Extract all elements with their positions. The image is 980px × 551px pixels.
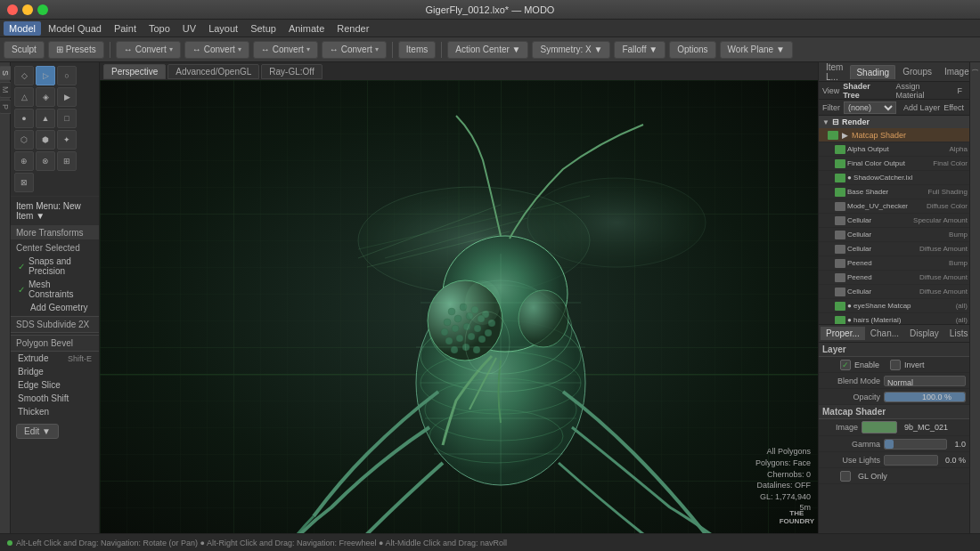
shader-cellular-1[interactable]: Cellular Specular Amount [819, 214, 969, 228]
shader-final-color[interactable]: Final Color Output Final Color [819, 157, 969, 171]
tool-sel2[interactable]: ◈ [36, 87, 55, 107]
shader-vis-final[interactable] [835, 159, 845, 168]
invert-checkbox[interactable] [890, 360, 901, 370]
shader-cellular-2[interactable]: Cellular Bump [819, 228, 969, 242]
shader-peened-1[interactable]: Peened Bump [819, 256, 969, 271]
items-button[interactable]: Items [398, 41, 436, 59]
shader-cellular-4[interactable]: Cellular Diffuse Amount [819, 285, 969, 299]
menu-topo[interactable]: Topo [143, 21, 176, 36]
shader-vis-cell2[interactable] [835, 231, 845, 239]
shader-vis-eye[interactable] [835, 302, 845, 311]
work-plane-button[interactable]: Work Plane ▼ [720, 41, 793, 59]
menu-render[interactable]: Render [331, 21, 374, 36]
shader-hairs[interactable]: ● hairs (Material) (all) [819, 313, 969, 324]
shader-matcap-row[interactable]: ▶ Matcap Shader [819, 128, 969, 142]
tool-select[interactable]: ◇ [14, 66, 34, 85]
gl-only-checkbox[interactable] [840, 471, 851, 482]
tool-t2[interactable]: ▶ [57, 87, 77, 107]
tool-t6[interactable]: ⬡ [14, 130, 34, 150]
shader-base[interactable]: Base Shader Full Shading [819, 185, 969, 199]
tool-t3[interactable]: ● [14, 109, 34, 128]
tool-scale[interactable]: △ [14, 87, 34, 107]
shader-vis-cell1[interactable] [835, 216, 845, 225]
props-tab-lists[interactable]: Lists [944, 327, 969, 340]
falloff-button[interactable]: Falloff ▼ [614, 41, 666, 59]
menu-model-quad[interactable]: Model Quad [43, 21, 107, 36]
menu-bridge[interactable]: Bridge [11, 365, 99, 378]
shader-shadowcatcher[interactable]: ● ShadowCatcher.lxl [819, 171, 969, 185]
enable-checkbox[interactable]: ✓ [840, 360, 851, 370]
menu-thicken[interactable]: Thicken [11, 405, 99, 418]
vp-tab-raygl[interactable]: Ray-GL:Off [261, 64, 322, 79]
tool-t11[interactable]: ⊞ [57, 151, 77, 171]
convert-btn-2[interactable]: ↔Convert▾ [184, 41, 249, 59]
convert-btn-3[interactable]: ↔Convert▾ [253, 41, 318, 59]
more-transforms[interactable]: More Transforms [11, 225, 99, 239]
menu-setup[interactable]: Setup [245, 21, 282, 36]
shader-render-item[interactable]: ▼ ⊟ Render [819, 116, 969, 128]
tool-t7[interactable]: ⬢ [36, 130, 55, 150]
props-tab-proper[interactable]: Proper... [821, 327, 865, 340]
menu-extrude[interactable]: Extrude Shift-E [11, 352, 99, 365]
menu-edge-slice[interactable]: Edge Slice [11, 378, 99, 392]
use-lights-slider[interactable] [884, 455, 938, 466]
menu-add-geometry[interactable]: Add Geometry [11, 301, 99, 314]
shader-alpha-output[interactable]: Alpha Output Alpha [819, 142, 969, 157]
menu-animate[interactable]: Animate [283, 21, 330, 36]
tool-t5[interactable]: □ [57, 109, 77, 128]
props-tab-chan[interactable]: Chan... [865, 327, 904, 340]
vtab-paint[interactable]: P [0, 100, 12, 114]
tool-t8[interactable]: ✦ [57, 130, 77, 150]
close-button[interactable] [7, 4, 18, 15]
image-swatch[interactable] [862, 421, 897, 434]
shader-vis-matcap[interactable] [828, 131, 838, 140]
convert-btn-4[interactable]: ↔Convert▾ [322, 41, 387, 59]
shader-vis-peen2[interactable] [835, 273, 845, 282]
right-tab-groups[interactable]: Groups [897, 65, 937, 78]
shader-vis-uv[interactable] [835, 202, 845, 211]
props-tab-display[interactable]: Display [904, 327, 944, 340]
presets-button[interactable]: ⊞Presets [48, 41, 104, 59]
menu-paint[interactable]: Paint [109, 21, 142, 36]
viewport[interactable]: Perspective Advanced/OpenGL Ray-GL:Off [100, 62, 818, 533]
shader-cellular-3[interactable]: Cellular Diffuse Amount [819, 242, 969, 256]
shader-peened-2[interactable]: Peened Diffuse Amount [819, 271, 969, 285]
shader-vis-hairs[interactable] [835, 316, 845, 325]
menu-mesh-constraints[interactable]: ✓ Mesh Constraints [11, 278, 99, 301]
shader-vis-cell3[interactable] [835, 245, 845, 254]
tool-t9[interactable]: ⊕ [14, 151, 34, 171]
right-tab-items[interactable]: Item L... [821, 62, 848, 84]
tool-t12[interactable]: ⊠ [14, 173, 34, 192]
shader-uv-checker[interactable]: Mode_UV_checker Diffuse Color [819, 199, 969, 214]
vtab-sculpt[interactable]: S [0, 66, 12, 80]
menu-uv[interactable]: UV [177, 21, 201, 36]
center-selected[interactable]: Center Selected [11, 241, 99, 255]
maximize-button[interactable] [37, 4, 48, 15]
menu-smooth-shift[interactable]: Smooth Shift [11, 392, 99, 405]
shader-vis-peen1[interactable] [835, 259, 845, 268]
menu-layout[interactable]: Layout [203, 21, 243, 36]
tool-t10[interactable]: ⊗ [36, 151, 55, 171]
shader-vis-base[interactable] [835, 188, 845, 197]
minimize-button[interactable] [22, 4, 33, 15]
sculpt-button[interactable]: Sculpt [4, 41, 45, 59]
tool-t4[interactable]: ▲ [36, 109, 55, 128]
tool-move[interactable]: ▷ [36, 66, 55, 85]
shader-vis-alpha[interactable] [835, 145, 845, 154]
filter-select[interactable]: (none) [844, 101, 896, 114]
edit-dropdown[interactable]: Edit ▼ [16, 424, 59, 439]
shader-eyeshane[interactable]: ● eyeShane Matcap (all) [819, 299, 969, 313]
convert-btn-1[interactable]: ↔Convert▾ [116, 41, 181, 59]
blend-mode-value[interactable]: Normal [884, 376, 966, 386]
viewport-canvas[interactable]: X Y Z All Polygons Polygons: Face Cherno… [100, 80, 818, 533]
menu-snaps[interactable]: ✓ Snaps and Precision [11, 255, 99, 278]
shader-vis-cell4[interactable] [835, 288, 845, 296]
menu-model[interactable]: Model [4, 21, 41, 36]
tool-rotate[interactable]: ○ [57, 66, 77, 85]
vtab-model[interactable]: M [0, 82, 12, 98]
options-button[interactable]: Options [669, 41, 715, 59]
right-tab-images[interactable]: Images [939, 65, 969, 78]
shader-vis-shadow[interactable] [835, 174, 845, 182]
symmetry-button[interactable]: Symmetry: X ▼ [532, 41, 610, 59]
gamma-slider[interactable] [884, 439, 947, 450]
